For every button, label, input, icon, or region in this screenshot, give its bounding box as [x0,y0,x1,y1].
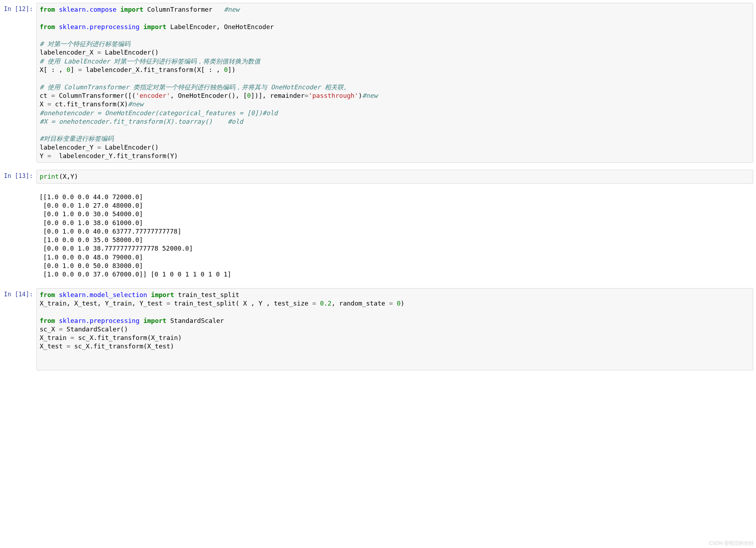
stdout-output: [[1.0 0.0 0.0 44.0 72000.0] [0.0 0.0 1.0… [36,191,753,281]
code-content[interactable]: from sklearn.compose import ColumnTransf… [40,5,750,160]
code-input-area[interactable]: from sklearn.compose import ColumnTransf… [36,3,753,163]
code-content[interactable]: from sklearn.model_selection import trai… [40,291,750,368]
code-content[interactable]: print(X,Y) [40,172,750,181]
notebook-cell-13-output: [[1.0 0.0 0.0 44.0 72000.0] [0.0 0.0 1.0… [3,191,753,281]
output-text: [[1.0 0.0 0.0 44.0 72000.0] [0.0 0.0 1.0… [39,193,750,279]
input-prompt: In [12]: [3,3,36,163]
code-input-area[interactable]: from sklearn.model_selection import trai… [36,288,753,371]
code-input-area[interactable]: print(X,Y) [36,170,753,183]
notebook-cell-14: In [14]: from sklearn.model_selection im… [3,288,753,371]
input-prompt: In [14]: [3,288,36,371]
notebook-cell-13: In [13]: print(X,Y) [3,170,753,183]
notebook-cell-12: In [12]: from sklearn.compose import Col… [3,3,753,163]
output-prompt-empty [3,191,36,281]
input-prompt: In [13]: [3,170,36,183]
